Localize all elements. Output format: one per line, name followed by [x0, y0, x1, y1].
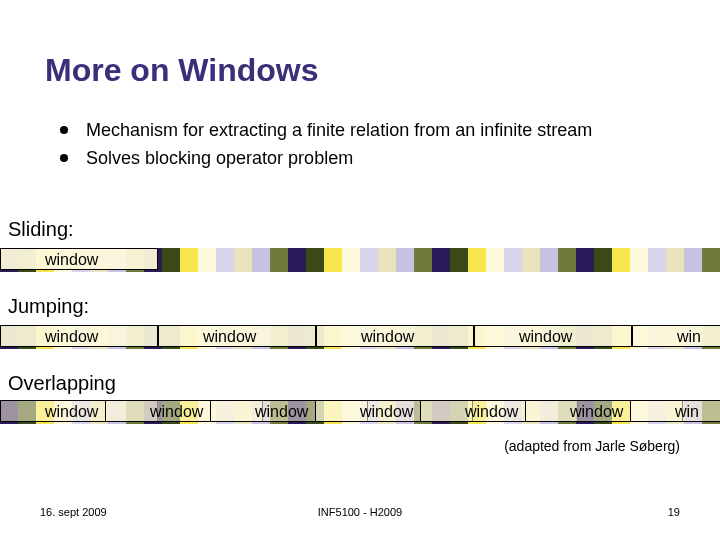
stream-cell: [450, 248, 468, 272]
stream-cell: [648, 248, 666, 272]
window-label: window: [45, 328, 98, 346]
stream-cell: [306, 248, 324, 272]
stream-cell: [252, 248, 270, 272]
window-label: window: [465, 403, 518, 421]
stream-cell: [234, 248, 252, 272]
window-box: window: [158, 325, 316, 347]
stream-cell: [378, 248, 396, 272]
stream-cell: [684, 248, 702, 272]
stream-cell: [180, 248, 198, 272]
stream-cell: [162, 248, 180, 272]
slide: More on Windows Mechanism for extracting…: [0, 0, 720, 540]
bullet-item: Mechanism for extracting a finite relati…: [60, 118, 620, 142]
stream-cell: [270, 248, 288, 272]
stream-cell: [396, 248, 414, 272]
window-label: window: [570, 403, 623, 421]
stream-cell: [288, 248, 306, 272]
attribution-text: (adapted from Jarle Søberg): [504, 438, 680, 454]
bullet-icon: [60, 126, 68, 134]
stream-cell: [486, 248, 504, 272]
overlapping-band: windowwindowwindowwindowwindowwindowwin: [0, 400, 720, 424]
jumping-band: windowwindowwindowwindowwin: [0, 325, 720, 349]
window-box: window: [0, 325, 158, 347]
section-heading-overlapping: Overlapping: [8, 372, 116, 395]
window-box: window: [0, 248, 158, 270]
stream-cell: [414, 248, 432, 272]
stream-cell: [342, 248, 360, 272]
section-heading-sliding: Sliding:: [8, 218, 74, 241]
stream-cell: [468, 248, 486, 272]
window-label: window: [360, 403, 413, 421]
stream-cell: [666, 248, 684, 272]
sliding-band: window: [0, 248, 720, 272]
window-box: win: [630, 400, 720, 422]
stream-cell: [522, 248, 540, 272]
bullet-text: Mechanism for extracting a finite relati…: [86, 118, 592, 142]
window-label: window: [45, 403, 98, 421]
bullet-item: Solves blocking operator problem: [60, 146, 620, 170]
section-heading-jumping: Jumping:: [8, 295, 89, 318]
slide-title: More on Windows: [45, 52, 318, 89]
window-label: win: [675, 403, 699, 421]
stream-cell: [504, 248, 522, 272]
bullet-icon: [60, 154, 68, 162]
window-label: window: [203, 328, 256, 346]
stream-cell: [558, 248, 576, 272]
stream-cell: [702, 248, 720, 272]
stream-cell: [576, 248, 594, 272]
window-box: window: [316, 325, 474, 347]
window-box: window: [474, 325, 632, 347]
stream-cell: [198, 248, 216, 272]
stream-cell: [594, 248, 612, 272]
footer: 16. sept 2009 INF5100 - H2009 19: [0, 506, 720, 526]
stream-cell: [360, 248, 378, 272]
stream-cell: [612, 248, 630, 272]
window-box: win: [632, 325, 720, 347]
window-label: window: [45, 251, 98, 269]
stream-cell: [324, 248, 342, 272]
window-label: win: [677, 328, 701, 346]
footer-page-number: 19: [668, 506, 680, 518]
window-label: window: [361, 328, 414, 346]
stream-cell: [432, 248, 450, 272]
stream-cell: [630, 248, 648, 272]
window-label: window: [519, 328, 572, 346]
bullet-list: Mechanism for extracting a finite relati…: [60, 118, 620, 175]
bullet-text: Solves blocking operator problem: [86, 146, 353, 170]
window-label: window: [150, 403, 203, 421]
window-label: window: [255, 403, 308, 421]
footer-course: INF5100 - H2009: [0, 506, 720, 518]
stream-cell: [216, 248, 234, 272]
stream-cell: [540, 248, 558, 272]
